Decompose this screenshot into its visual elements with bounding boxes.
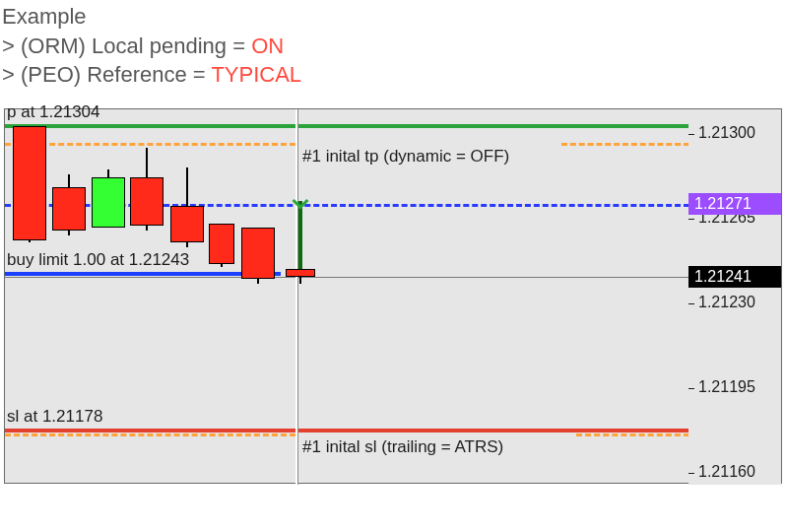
candle-body[interactable] — [130, 177, 164, 226]
header-title: Example — [2, 2, 784, 32]
time-cursor[interactable] — [295, 109, 297, 485]
axis-tick-label: 1.21195 — [698, 378, 755, 396]
chart-container[interactable]: p at 1.21304#1 inital tp (dynamic = OFF)… — [4, 108, 782, 484]
header-line1-value: ON — [251, 33, 284, 58]
axis-tick-mark — [688, 388, 694, 389]
header-line2: > (PEO) Reference = TYPICAL — [2, 60, 784, 90]
header-line2-prefix: > (PEO) Reference = — [2, 62, 211, 87]
axis-tick-mark — [688, 134, 694, 135]
header-line1-prefix: > (ORM) Local pending = — [2, 33, 251, 58]
axis-tick-label: 1.21160 — [698, 463, 755, 481]
hline-current — [5, 277, 689, 278]
candle-body[interactable] — [209, 224, 234, 265]
example-header: Example > (ORM) Local pending = ON > (PE… — [0, 0, 786, 96]
hline-tp-annot-r — [561, 143, 689, 146]
chart-label: #1 inital sl (trailing = ATRS) — [302, 437, 503, 457]
axis-tick-mark — [688, 473, 694, 474]
candle-body[interactable] — [170, 206, 204, 242]
price-axis: 1.213001.212651.212301.211951.211601.212… — [688, 109, 781, 485]
chart-label: #1 inital tp (dynamic = OFF) — [302, 147, 509, 166]
axis-tick-mark — [688, 219, 694, 220]
price-badge: 1.21241 — [688, 266, 781, 288]
candle-body[interactable] — [52, 187, 86, 231]
hline-sl — [5, 429, 689, 432]
page-root: Example > (ORM) Local pending = ON > (PE… — [0, 0, 786, 532]
chart-plot[interactable]: p at 1.21304#1 inital tp (dynamic = OFF)… — [5, 109, 689, 485]
header-line1: > (ORM) Local pending = ON — [2, 32, 784, 61]
chart-label: buy limit 1.00 at 1.21243 — [7, 250, 189, 270]
candle-body[interactable] — [92, 177, 125, 229]
header-line2-value: TYPICAL — [211, 62, 301, 87]
candle-body[interactable] — [241, 228, 275, 279]
chart-label: sl at 1.21178 — [7, 407, 102, 427]
axis-tick-label: 1.21300 — [698, 124, 755, 142]
axis-tick-mark — [688, 303, 694, 304]
hline-tp-annot — [5, 143, 295, 146]
hline-tp — [5, 124, 689, 128]
hline-buy-limit — [5, 272, 281, 276]
price-badge: 1.21271 — [688, 193, 781, 215]
entry-marker — [298, 201, 302, 269]
candle-body[interactable] — [13, 126, 46, 240]
axis-tick-label: 1.21230 — [698, 294, 755, 311]
candle-body[interactable] — [286, 269, 315, 276]
chart-label: p at 1.21304 — [7, 102, 100, 122]
hline-sl-annot-r — [576, 433, 689, 436]
hline-sl-annot — [5, 433, 295, 436]
